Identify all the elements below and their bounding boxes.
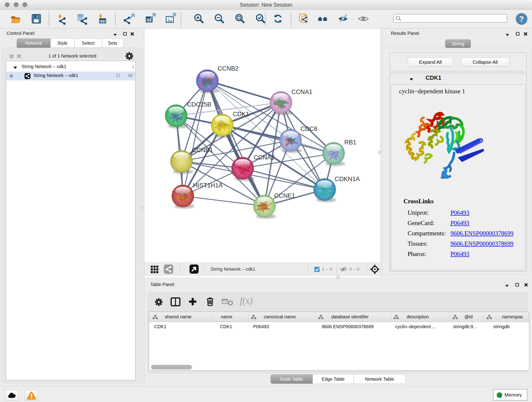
svg-text:CDC6: CDC6: [301, 125, 317, 132]
svg-text:CCNB2: CCNB2: [218, 65, 239, 72]
svg-text:CDK1: CDK1: [233, 111, 249, 118]
svg-text:CCNB1: CCNB1: [192, 147, 213, 153]
svg-text:CCNA2: CCNA2: [254, 154, 275, 161]
svg-text:CDC25B: CDC25B: [187, 101, 211, 108]
svg-text:RB1: RB1: [344, 139, 356, 146]
svg-text:HIST1H1A: HIST1H1A: [193, 182, 223, 189]
svg-text:CDKN1A: CDKN1A: [335, 176, 360, 182]
svg-text:CCNA1: CCNA1: [291, 89, 312, 95]
svg-text:CCNE1: CCNE1: [274, 192, 295, 199]
